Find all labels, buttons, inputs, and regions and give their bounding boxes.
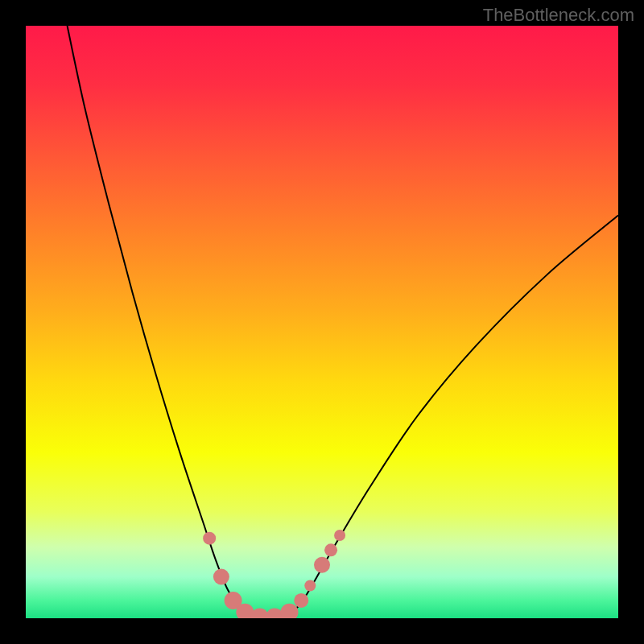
chart-svg (26, 26, 618, 618)
marker-dot (314, 557, 330, 573)
marker-dot (203, 532, 216, 545)
marker-dot (334, 530, 345, 541)
chart-frame: TheBottleneck.com (0, 0, 644, 644)
plot-area (26, 26, 618, 618)
marker-dot (213, 568, 229, 584)
gradient-background (26, 26, 618, 618)
marker-dot (324, 543, 337, 556)
watermark-text: TheBottleneck.com (483, 5, 634, 26)
marker-dot (294, 593, 308, 608)
marker-dot (304, 580, 316, 592)
